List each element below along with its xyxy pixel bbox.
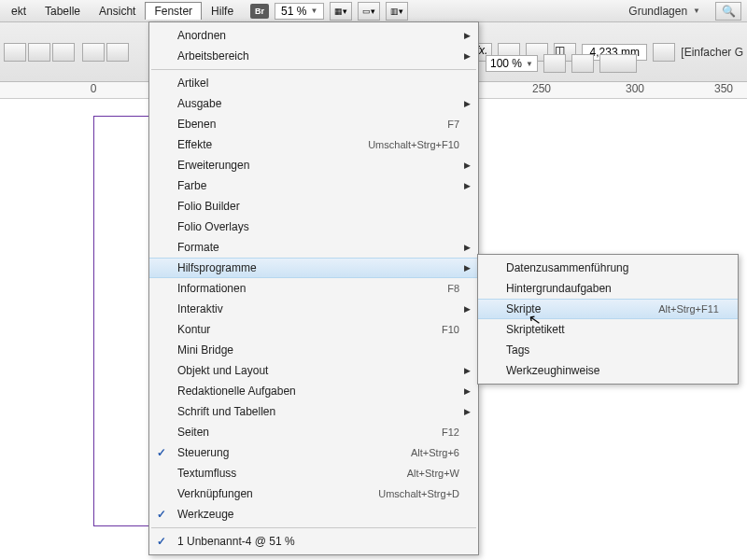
menu-item-label: Mini Bridge bbox=[177, 343, 459, 357]
menu-item-label: Seiten bbox=[177, 426, 442, 439]
menu-item[interactable]: SeitenF12 bbox=[149, 422, 478, 442]
zoom-level[interactable]: 51 % ▼ bbox=[275, 3, 324, 20]
menu-item-label: Arbeitsbereich bbox=[177, 49, 459, 63]
arrange-docs-icon[interactable]: ▭▾ bbox=[358, 2, 380, 21]
menu-item-shortcut: Umschalt+Strg+F10 bbox=[368, 139, 459, 150]
menu-item[interactable]: Mini Bridge bbox=[149, 340, 478, 360]
menu-item-label: Werkzeughinweise bbox=[506, 364, 719, 377]
zoom-value: 51 % bbox=[281, 5, 306, 18]
menu-hilfe[interactable]: Hilfe bbox=[202, 2, 243, 21]
menu-item-shortcut: Umschalt+Strg+D bbox=[378, 488, 459, 499]
fenster-menu: Anordnen▶Arbeitsbereich▶ArtikelAusgabe▶E… bbox=[148, 21, 479, 555]
check-icon: ✓ bbox=[157, 508, 166, 521]
menu-item-label: Ausgabe bbox=[177, 97, 459, 110]
menu-item[interactable]: Folio Overlays bbox=[149, 217, 478, 237]
tool-btn[interactable] bbox=[28, 43, 50, 62]
menu-item[interactable]: KonturF10 bbox=[149, 319, 478, 340]
menu-item[interactable]: ✓SteuerungAlt+Strg+6 bbox=[149, 442, 478, 463]
menu-item[interactable]: Erweiterungen▶ bbox=[149, 155, 478, 175]
menu-item[interactable]: ✓Werkzeuge bbox=[149, 504, 478, 525]
menu-item[interactable]: Werkzeughinweise bbox=[478, 360, 738, 381]
menu-item-label: Schrift und Tabellen bbox=[177, 405, 459, 418]
check-icon: ✓ bbox=[157, 446, 166, 459]
check-icon: ✓ bbox=[157, 535, 166, 548]
tool-btn[interactable] bbox=[599, 54, 637, 73]
percent-field[interactable]: 100 %▼ bbox=[486, 55, 538, 72]
menu-item[interactable]: TextumflussAlt+Strg+W bbox=[149, 463, 478, 483]
menu-item[interactable]: Hilfsprogramme▶ bbox=[149, 258, 478, 278]
menu-item[interactable]: Artikel bbox=[149, 73, 478, 93]
menu-item-shortcut: Alt+Strg+W bbox=[407, 468, 459, 479]
submenu-arrow-icon: ▶ bbox=[464, 31, 471, 40]
menu-item[interactable]: Objekt und Layout▶ bbox=[149, 360, 478, 381]
menu-item[interactable]: Interaktiv▶ bbox=[149, 299, 478, 319]
menu-item[interactable]: Schrift und Tabellen▶ bbox=[149, 401, 478, 422]
menu-item[interactable]: Tags bbox=[478, 340, 738, 360]
menu-item[interactable]: Folio Builder bbox=[149, 196, 478, 217]
menu-item-label: Interaktiv bbox=[177, 302, 459, 315]
menu-item-label: Steuerung bbox=[177, 446, 411, 459]
menu-item-label: Datenzusammenführung bbox=[506, 261, 719, 274]
menu-item-shortcut: Alt+Strg+6 bbox=[411, 447, 459, 458]
submenu-arrow-icon: ▶ bbox=[464, 386, 471, 396]
menu-item-label: Werkzeuge bbox=[177, 508, 459, 521]
menu-item[interactable]: EffekteUmschalt+Strg+F10 bbox=[149, 134, 478, 155]
tool-btn[interactable] bbox=[653, 43, 675, 62]
menu-item-label: Skripte bbox=[506, 302, 658, 315]
menu-item-label: Erweiterungen bbox=[177, 159, 459, 172]
menu-item-label: Objekt und Layout bbox=[177, 364, 459, 377]
menu-item[interactable]: Arbeitsbereich▶ bbox=[149, 46, 478, 66]
ruler-tick: 0 bbox=[75, 82, 112, 95]
menu-item[interactable]: Skriptetikett bbox=[478, 319, 738, 340]
submenu-arrow-icon: ▶ bbox=[464, 51, 471, 61]
hilfsprogramme-submenu: DatenzusammenführungHintergrundaufgabenS… bbox=[477, 254, 739, 385]
menu-objekt[interactable]: ekt bbox=[2, 2, 35, 21]
menu-tabelle[interactable]: Tabelle bbox=[35, 2, 90, 21]
submenu-arrow-icon: ▶ bbox=[464, 181, 471, 190]
workspace-switcher[interactable]: Grundlagen ▼ bbox=[621, 3, 708, 20]
submenu-arrow-icon: ▶ bbox=[464, 263, 471, 273]
menu-item-shortcut: F10 bbox=[442, 324, 459, 335]
tool-btn[interactable] bbox=[82, 43, 105, 62]
menu-ansicht[interactable]: Ansicht bbox=[90, 2, 145, 21]
chevron-down-icon: ▼ bbox=[310, 7, 317, 15]
menu-item-shortcut: Alt+Strg+F11 bbox=[658, 303, 719, 315]
submenu-arrow-icon: ▶ bbox=[464, 366, 471, 375]
menu-item-label: Hintergrundaufgaben bbox=[506, 282, 719, 295]
ruler-tick: 300 bbox=[616, 82, 654, 95]
menu-item-label: Informationen bbox=[177, 282, 447, 295]
menu-item-label: Artikel bbox=[177, 77, 459, 90]
style-label: [Einfacher G bbox=[681, 46, 743, 59]
menu-item[interactable]: ✓1 Unbenannt-4 @ 51 % bbox=[149, 531, 478, 552]
menu-item[interactable]: InformationenF8 bbox=[149, 278, 478, 299]
menu-item[interactable]: Ausgabe▶ bbox=[149, 93, 478, 114]
menu-item-label: Folio Builder bbox=[177, 200, 459, 213]
menu-item-label: Anordnen bbox=[177, 29, 459, 42]
chevron-down-icon: ▼ bbox=[693, 7, 700, 15]
tool-btn[interactable] bbox=[571, 54, 594, 73]
menu-item[interactable]: Anordnen▶ bbox=[149, 25, 478, 46]
menu-item-label: Farbe bbox=[177, 179, 459, 192]
bridge-icon[interactable]: Br bbox=[250, 4, 269, 19]
tool-btn[interactable] bbox=[4, 43, 26, 62]
view-options-icon[interactable]: ▥▾ bbox=[386, 2, 408, 21]
menu-item[interactable]: Formate▶ bbox=[149, 237, 478, 258]
menu-item[interactable]: Hintergrundaufgaben bbox=[478, 278, 738, 299]
tool-btn[interactable] bbox=[52, 43, 75, 62]
menu-item[interactable]: VerknüpfungenUmschalt+Strg+D bbox=[149, 483, 478, 504]
menu-item-label: Ebenen bbox=[177, 118, 447, 131]
tool-btn[interactable] bbox=[543, 54, 566, 73]
menu-item[interactable]: EbenenF7 bbox=[149, 114, 478, 134]
screen-mode-icon[interactable]: ▦▾ bbox=[330, 2, 352, 21]
search-button[interactable]: 🔍 bbox=[715, 2, 741, 21]
menu-item[interactable]: Redaktionelle Aufgaben▶ bbox=[149, 381, 478, 401]
menu-fenster[interactable]: Fenster bbox=[145, 2, 202, 20]
menu-item-shortcut: F7 bbox=[447, 119, 459, 130]
menu-item[interactable]: Datenzusammenführung bbox=[478, 258, 738, 278]
tool-btn[interactable] bbox=[106, 43, 129, 62]
workspace-label: Grundlagen bbox=[628, 5, 687, 18]
menu-item[interactable]: Farbe▶ bbox=[149, 175, 478, 196]
menu-item-shortcut: F8 bbox=[447, 283, 459, 294]
menu-item[interactable]: SkripteAlt+Strg+F11 bbox=[478, 299, 738, 319]
menu-item-label: Redaktionelle Aufgaben bbox=[177, 385, 459, 398]
